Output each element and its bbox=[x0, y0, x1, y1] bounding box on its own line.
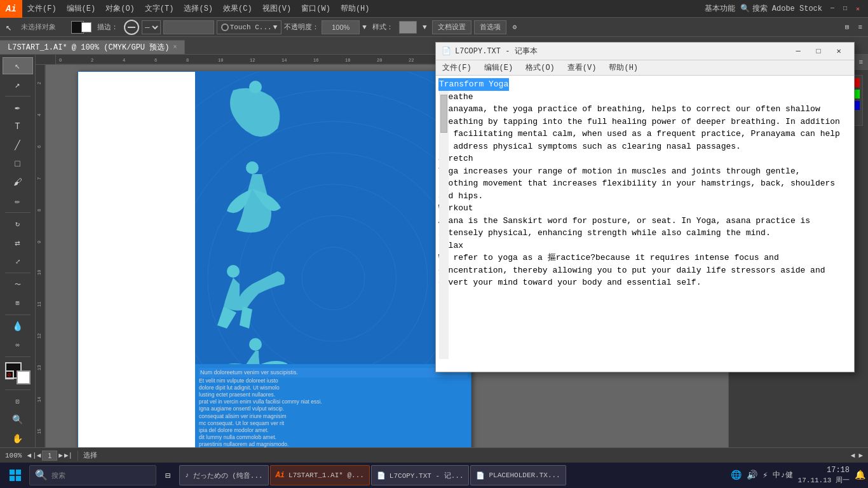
paintbrush-tool[interactable]: 🖌 bbox=[3, 173, 33, 191]
menu-items: 文件(F) 编辑(E) 对象(O) 文字(T) 选择(S) 效果(C) 视图(V… bbox=[22, 0, 374, 18]
tool-separator-2 bbox=[5, 212, 31, 213]
blend-tool[interactable]: ∞ bbox=[3, 336, 33, 353]
notepad-textarea[interactable]: Transform Yoga Breathe Pranayama, the yo… bbox=[436, 76, 844, 372]
taskbar-app-music[interactable]: ♪ だっための (纯音... bbox=[179, 465, 269, 485]
touch-color-btn[interactable]: Touch C... ▼ bbox=[217, 20, 282, 34]
start-button[interactable] bbox=[3, 465, 28, 485]
search-stock[interactable]: 🔍 搜索 Adobe Stock bbox=[740, 3, 822, 14]
select-tool[interactable]: ↖ bbox=[3, 57, 33, 74]
search-icon: 🔍 bbox=[740, 4, 750, 13]
style-box[interactable] bbox=[399, 21, 417, 34]
yoga-figure-1 bbox=[208, 78, 297, 154]
pencil-tool[interactable]: ✏ bbox=[3, 193, 33, 210]
change-screen-mode[interactable]: ⊡ bbox=[3, 393, 33, 410]
scroll-right-btn[interactable]: ▶ bbox=[858, 451, 863, 459]
notification-icon[interactable]: 🔔 bbox=[855, 470, 865, 480]
doc-settings-button[interactable]: 文档设置 bbox=[432, 20, 471, 34]
workspace-dropdown[interactable]: 基本功能 bbox=[705, 3, 735, 14]
menu-select[interactable]: 选择(S) bbox=[179, 0, 218, 18]
style-dropdown[interactable]: ▼ bbox=[419, 20, 430, 35]
shape-tool[interactable]: □ bbox=[3, 155, 33, 172]
none-color[interactable]: ⊘ bbox=[5, 370, 14, 379]
stroke-swatch[interactable] bbox=[81, 22, 92, 32]
scrollbar-thumb[interactable] bbox=[440, 95, 447, 133]
color-swatch-area: ⊘ bbox=[5, 362, 31, 384]
panel-menu-icon[interactable]: ≡ bbox=[858, 58, 863, 66]
scroll-left-btn[interactable]: ◀ bbox=[851, 451, 855, 459]
free-transform-tool[interactable]: ⊞ bbox=[3, 295, 33, 312]
task-view-button[interactable]: ⊟ bbox=[158, 465, 178, 485]
icon-btn2[interactable]: ≡ bbox=[855, 20, 865, 35]
rotate-tool[interactable]: ↻ bbox=[3, 215, 33, 233]
minimize-button[interactable]: ─ bbox=[827, 4, 837, 14]
menu-effect[interactable]: 效果(C) bbox=[218, 0, 257, 18]
menu-object[interactable]: 对象(O) bbox=[100, 0, 140, 18]
pen-tool[interactable]: ✒ bbox=[3, 99, 33, 116]
notepad-menu-help[interactable]: 帮助(H) bbox=[602, 60, 644, 76]
menu-view[interactable]: 视图(V) bbox=[257, 0, 297, 18]
svg-text:6: 6 bbox=[37, 146, 42, 148]
notepad-maximize-button[interactable]: □ bbox=[808, 43, 829, 60]
taskbar-app-illustrator[interactable]: Ai L7START_1.AI* @... bbox=[270, 465, 370, 485]
notepad-menu-view[interactable]: 查看(V) bbox=[561, 60, 603, 76]
eyedropper-tool[interactable]: 💧 bbox=[3, 318, 33, 335]
taskbar-search[interactable]: 🔍 搜索 bbox=[29, 465, 156, 485]
svg-rect-50 bbox=[16, 470, 21, 475]
active-tab[interactable]: L7START_1.AI* @ 100% (CMYK/GPU 预选) × bbox=[0, 40, 185, 54]
tab-close-button[interactable]: × bbox=[173, 44, 177, 51]
notepad-menu-format[interactable]: 格式(O) bbox=[519, 60, 561, 76]
notepad-titlebar: 📄 L7COPY.TXT - 记事本 ─ □ ✕ bbox=[436, 43, 854, 60]
opacity-dropdown[interactable]: ▼ bbox=[362, 24, 367, 31]
no-selection-label: 未选择对象 bbox=[18, 20, 69, 35]
notepad-close-button[interactable]: ✕ bbox=[829, 43, 849, 60]
type-tool[interactable]: T bbox=[3, 118, 33, 135]
notepad-minimize-button[interactable]: ─ bbox=[788, 43, 808, 60]
svg-text:14: 14 bbox=[281, 58, 287, 63]
page-last-btn[interactable]: ▶| bbox=[64, 451, 72, 459]
menu-file[interactable]: 文件(F) bbox=[22, 0, 62, 18]
sound-icon: 🔊 bbox=[747, 470, 757, 480]
text-box-line-1: Num doloreetum venim ver suscipistis. bbox=[200, 369, 298, 376]
notepad-window-controls: ─ □ ✕ bbox=[788, 43, 849, 60]
page-number-input[interactable] bbox=[42, 451, 57, 461]
menu-help[interactable]: 帮助(H) bbox=[336, 0, 375, 18]
hand-tool[interactable]: ✋ bbox=[3, 430, 33, 447]
svg-text:12: 12 bbox=[250, 58, 255, 63]
placeholder-app-icon: 📄 bbox=[476, 471, 485, 480]
svg-point-44 bbox=[249, 81, 262, 93]
maximize-button[interactable]: □ bbox=[840, 4, 850, 14]
notepad-menu-edit[interactable]: 编辑(E) bbox=[478, 60, 520, 76]
line-tool[interactable]: ╱ bbox=[3, 137, 33, 154]
taskbar-app-notepad[interactable]: 📄 L7COPY.TXT - 记... bbox=[371, 465, 470, 485]
preferences-button[interactable]: 首选项 bbox=[474, 20, 506, 34]
arrange-btn[interactable]: ⊞ bbox=[842, 20, 853, 35]
status-separator bbox=[78, 451, 78, 461]
menu-text[interactable]: 文字(T) bbox=[140, 0, 179, 18]
close-button[interactable]: ✕ bbox=[853, 4, 863, 14]
direct-select-tool[interactable]: ↗ bbox=[3, 76, 33, 93]
tool-separator-5 bbox=[5, 356, 31, 357]
ime-indicator[interactable]: 中♪健 bbox=[773, 470, 792, 480]
extra-btn1[interactable]: ⚙ bbox=[509, 20, 520, 35]
notepad-menu-file[interactable]: 文件(F) bbox=[436, 60, 478, 76]
page-first-btn[interactable]: |◀ bbox=[32, 451, 41, 459]
menu-window[interactable]: 窗口(W) bbox=[296, 0, 336, 18]
stroke-icon[interactable] bbox=[124, 20, 139, 35]
placeholder-app-label: PLACEHOLDER.TX... bbox=[489, 471, 560, 479]
menu-edit[interactable]: 编辑(E) bbox=[62, 0, 101, 18]
warp-tool[interactable]: 〜 bbox=[3, 276, 33, 293]
next-page-btn[interactable]: ▶ bbox=[58, 451, 63, 459]
background-color[interactable] bbox=[17, 370, 31, 384]
zoom-tool[interactable]: 🔍 bbox=[3, 411, 33, 428]
reflect-tool[interactable]: ⇄ bbox=[3, 234, 33, 251]
stroke-dropdown[interactable]: ─ bbox=[142, 20, 161, 34]
touch-dropdown-arrow: ▼ bbox=[273, 24, 278, 31]
stroke-width-bar bbox=[163, 20, 214, 34]
prev-page-btn[interactable]: ◀ bbox=[27, 451, 31, 459]
tool-separator-6 bbox=[5, 390, 31, 390]
toolbar-right: ⊞ ≡ bbox=[842, 20, 865, 35]
scale-tool[interactable]: ⤢ bbox=[3, 253, 33, 270]
taskbar-app-placeholder[interactable]: 📄 PLACEHOLDER.TX... bbox=[470, 465, 566, 485]
svg-rect-49 bbox=[10, 470, 15, 475]
opacity-input[interactable] bbox=[322, 20, 360, 34]
